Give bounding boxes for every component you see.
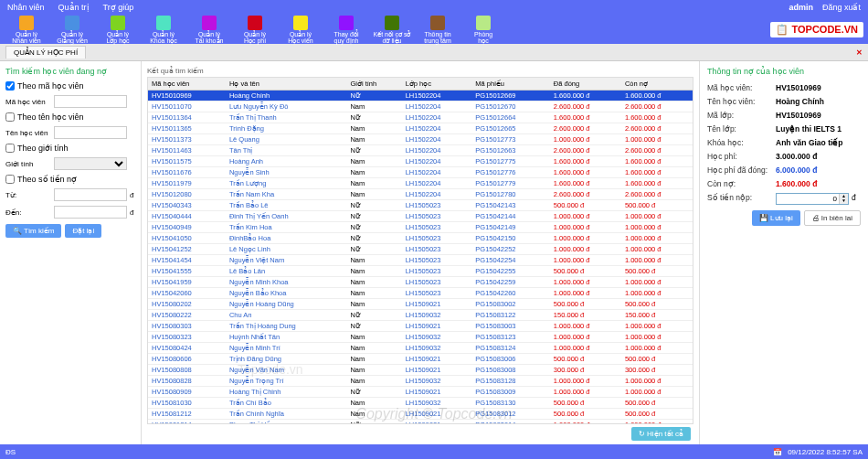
ribbon-item-8[interactable]: Kết nối cơ sở dữ liệu: [370, 16, 414, 44]
logo: 📋 TOPCODE.VN: [770, 22, 863, 37]
print-button[interactable]: 🖨 In biên lai: [804, 210, 861, 226]
detail-debt: 1.600.000 đ: [776, 179, 817, 188]
table-row[interactable]: HV15011364Trần Thị ThanhNữLH1502204PG150…: [148, 112, 693, 123]
col-header[interactable]: Mã học viên: [148, 78, 226, 91]
top-menu: Nhân viên Quản trị Trợ giúp admin Đăng x…: [0, 0, 868, 15]
table-row[interactable]: HV15011575Hoàng AnhNamLH1502204PG1501277…: [148, 156, 693, 167]
ribbon-icon: [111, 16, 125, 30]
ribbon-item-9[interactable]: Thông tin trung tâm: [416, 16, 460, 44]
status-date: 09/12/2022 8:52:57 SA: [788, 448, 863, 456]
chk-by-gender[interactable]: [5, 144, 15, 153]
ribbon-item-2[interactable]: Quản lý Lớp học: [96, 16, 140, 44]
input-to[interactable]: [54, 206, 127, 219]
spinner-down-icon[interactable]: ▼: [839, 198, 848, 204]
chk-by-id[interactable]: [5, 81, 15, 91]
user-label: admin: [789, 3, 813, 12]
table-row[interactable]: HV15011676Nguyễn SinhNamLH1502204PG15012…: [148, 167, 693, 178]
ribbon-item-7[interactable]: Thay đổi quy định: [324, 16, 368, 44]
detail-paid: 6.000.000 đ: [776, 165, 817, 175]
ribbon-icon: [385, 16, 399, 30]
menu-quantri[interactable]: Quản trị: [58, 3, 90, 12]
table-row[interactable]: HV15080202Nguyễn Hoàng DũngNamLH1509021P…: [148, 299, 693, 310]
ribbon: Quản lý Nhân viênQuản lý Giảng viênQuản …: [0, 15, 868, 44]
col-header[interactable]: Mã phiếu: [471, 78, 550, 91]
results-table-wrap[interactable]: Mã học viênHọ và tênGiới tínhLớp họcMã p…: [147, 77, 693, 424]
ribbon-item-4[interactable]: Quản lý Tài khoản: [187, 16, 231, 44]
table-row[interactable]: HV15012080Trần Nam KhaNamLH1502204PG1501…: [148, 189, 693, 200]
detail-course: Anh văn Giao tiếp: [776, 138, 843, 147]
table-row[interactable]: HV15011070Lưu Nguyễn Kỳ ĐôNamLH1502204PG…: [148, 101, 693, 112]
col-header[interactable]: Họ và tên: [226, 78, 347, 91]
ribbon-icon: [476, 16, 491, 30]
ribbon-icon: [156, 16, 171, 30]
input-name[interactable]: [54, 126, 127, 139]
table-row[interactable]: HV15080606Trịnh Đăng DũngNamLH1509021PG1…: [148, 354, 693, 365]
table-row[interactable]: HV15080323Huỳnh Nhất TânNamLH1509032PG15…: [148, 332, 693, 343]
detail-classname: Luyện thi IELTS 1: [776, 124, 842, 133]
table-row[interactable]: HV15041050ĐinhBảo HoaNữLH1505023PG150421…: [148, 233, 693, 244]
table-row[interactable]: HV15081212Trần Chính NghĩaNamLH1509021PG…: [148, 409, 693, 420]
table-row[interactable]: HV15080828Nguyễn Trọng TríNamLH1509032PG…: [148, 376, 693, 387]
table-row[interactable]: HV15011365Trình ĐặngNamLH1502204PG150126…: [148, 123, 693, 134]
ribbon-item-1[interactable]: Quản lý Giảng viên: [50, 16, 94, 44]
menu-nhanvien[interactable]: Nhân viên: [7, 3, 45, 12]
ribbon-icon: [248, 16, 262, 30]
input-from[interactable]: [54, 188, 127, 201]
table-row[interactable]: HV15080424Nguyễn Minh TríNamLH1509032PG1…: [148, 343, 693, 354]
ribbon-icon: [202, 16, 217, 30]
ribbon-icon: [293, 16, 308, 30]
table-row[interactable]: HV15040949Trần Kim HoaNữLH1505023PG15042…: [148, 222, 693, 233]
table-row[interactable]: HV15011979Trần LượngNamLH1502204PG150127…: [148, 178, 693, 189]
table-row[interactable]: HV15011463Tân ThịNữLH1502204PG150126632.…: [148, 145, 693, 156]
logout-link[interactable]: Đăng xuất: [822, 3, 861, 12]
table-row[interactable]: HV15080303Trần Thị Hoàng DungNữLH1509021…: [148, 321, 693, 332]
status-left: ĐS: [5, 448, 16, 456]
table-row[interactable]: HV15042060Nguyễn Bảo KhoaNamLH1505023PG1…: [148, 288, 693, 299]
table-row[interactable]: HV15080909Hoàng Thị ChinhNữLH1509021PG15…: [148, 387, 693, 398]
show-all-button[interactable]: ↻ Hiện tất cả: [631, 427, 691, 441]
table-row[interactable]: HV15041555Lê Bảo LânNamLH1505023PG150422…: [148, 266, 693, 277]
col-header[interactable]: Lớp học: [402, 78, 472, 91]
status-bar: ĐS 📅 09/12/2022 8:52:57 SA: [0, 444, 868, 459]
detail-class: HV15010969: [776, 111, 821, 120]
table-row[interactable]: HV15040444Đinh Thị Yến OanhNữLH1505023PG…: [148, 211, 693, 222]
table-row[interactable]: HV15010969Hoàng ChínhNữLH1502204PG150126…: [148, 91, 693, 101]
menu-trogiup[interactable]: Trợ giúp: [103, 3, 134, 12]
ribbon-item-6[interactable]: Quản lý Học viên: [279, 16, 323, 44]
table-row[interactable]: HV15041454Nguyễn Việt NamNamLH1505023PG1…: [148, 255, 693, 266]
detail-fee: 3.000.000 đ: [776, 152, 817, 161]
tab-hocphi[interactable]: QUẢN LÝ HỌC PHÍ: [5, 46, 86, 59]
col-header[interactable]: Còn nợ: [621, 78, 693, 91]
search-panel: Tìm kiếm học viên đang nợ Theo mã học vi…: [0, 61, 142, 449]
ribbon-item-0[interactable]: Quản lý Nhân viên: [5, 16, 48, 44]
chk-by-debt[interactable]: [5, 175, 15, 184]
table-row[interactable]: HV15040343Trần Bảo LêNữLH1505023PG150421…: [148, 200, 693, 211]
pay-input[interactable]: [776, 193, 849, 205]
table-row[interactable]: HV15080808Nguyễn Văn NamNamLH1509021PG15…: [148, 365, 693, 376]
results-table: Mã học viênHọ và tênGiới tínhLớp họcMã p…: [148, 78, 693, 424]
ribbon-item-3[interactable]: Quản lý Khóa học: [142, 16, 185, 44]
reset-button[interactable]: Đặt lại: [65, 224, 101, 238]
table-row[interactable]: HV15080222Chu AnNữLH1509032PG15083122150…: [148, 310, 693, 321]
table-row[interactable]: HV15081030Trần Chí BảoNamLH1509032PG1508…: [148, 398, 693, 409]
col-header[interactable]: Giới tính: [346, 78, 401, 91]
save-button[interactable]: 💾 Lưu lại: [752, 210, 800, 226]
table-row[interactable]: HV15041959Nguyễn Minh KhoaNamLH1505023PG…: [148, 277, 693, 288]
close-tab-icon[interactable]: ✕: [856, 48, 863, 57]
table-row[interactable]: HV15011373Lê QuangNamLH1502204PG15012773…: [148, 134, 693, 145]
table-row[interactable]: HV15041252Lê Ngọc LinhNữLH1505023PG15042…: [148, 244, 693, 255]
ribbon-item-10[interactable]: Phòng học: [461, 16, 505, 44]
input-id[interactable]: [54, 95, 127, 108]
ribbon-item-5[interactable]: Quản lý Học phí: [233, 16, 277, 44]
search-title: Tìm kiếm học viên đang nợ: [5, 67, 135, 76]
results-panel: Kết quả tìm kiếm Mã học viênHọ và tênGiớ…: [142, 61, 699, 449]
search-button[interactable]: 🔍 Tìm kiếm: [5, 224, 61, 238]
col-header[interactable]: Đã đóng: [550, 78, 621, 91]
select-gender[interactable]: [54, 157, 127, 170]
detail-panel: Thông tin nợ của học viên Mã học viên:HV…: [699, 61, 868, 449]
detail-title: Thông tin nợ của học viên: [707, 67, 861, 76]
chk-by-name[interactable]: [5, 112, 15, 122]
ribbon-icon: [19, 16, 34, 30]
calendar-icon: 📅: [773, 448, 782, 456]
results-title: Kết quả tìm kiếm: [147, 67, 693, 75]
